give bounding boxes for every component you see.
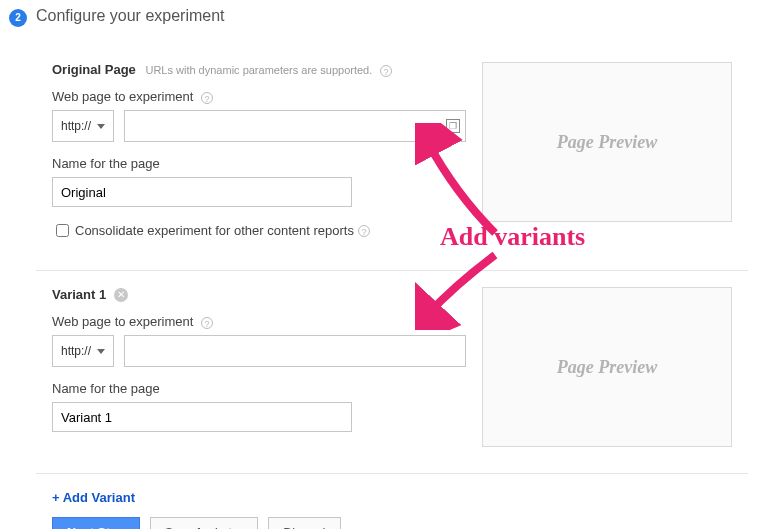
remove-variant-icon[interactable]: ✕ bbox=[114, 288, 128, 302]
page-title: Configure your experiment bbox=[36, 7, 225, 25]
variant-1-form: Variant 1 ✕ Web page to experiment ? htt… bbox=[52, 287, 482, 447]
help-icon[interactable]: ? bbox=[358, 225, 370, 237]
original-name-label: Name for the page bbox=[52, 156, 466, 171]
add-variant-link[interactable]: + Add Variant bbox=[36, 474, 748, 517]
original-hint: URLs with dynamic parameters are support… bbox=[145, 64, 372, 76]
help-icon[interactable]: ? bbox=[201, 317, 213, 329]
original-heading: Original Page bbox=[52, 62, 136, 77]
protocol-select[interactable]: http:// bbox=[52, 335, 114, 367]
variant-1-url-label: Web page to experiment ? bbox=[52, 314, 466, 329]
consolidate-checkbox[interactable] bbox=[56, 224, 69, 237]
page-preview: Page Preview bbox=[482, 287, 732, 447]
help-icon[interactable]: ? bbox=[201, 92, 213, 104]
variant-1-preview-col: Page Preview bbox=[482, 287, 732, 447]
variant-1-name-input[interactable] bbox=[52, 402, 352, 432]
original-form: Original Page URLs with dynamic paramete… bbox=[52, 62, 482, 240]
protocol-value: http:// bbox=[61, 344, 91, 358]
consolidate-label: Consolidate experiment for other content… bbox=[75, 223, 354, 238]
next-step-button[interactable]: Next Step bbox=[52, 517, 140, 529]
original-heading-row: Original Page URLs with dynamic paramete… bbox=[52, 62, 466, 77]
help-icon[interactable]: ? bbox=[380, 65, 392, 77]
variant-1-name-label: Name for the page bbox=[52, 381, 466, 396]
original-url-label: Web page to experiment ? bbox=[52, 89, 466, 104]
original-url-input[interactable] bbox=[124, 110, 466, 142]
variant-1-url-row: http:// bbox=[52, 335, 466, 367]
variant-1-url-input[interactable] bbox=[124, 335, 466, 367]
chevron-down-icon bbox=[97, 124, 105, 129]
original-name-input[interactable] bbox=[52, 177, 352, 207]
step-number-badge: 2 bbox=[9, 9, 27, 27]
original-url-row: http:// ❐ bbox=[52, 110, 466, 142]
protocol-value: http:// bbox=[61, 119, 91, 133]
configure-panel: Original Page URLs with dynamic paramete… bbox=[36, 40, 748, 529]
variant-1-heading-row: Variant 1 ✕ bbox=[52, 287, 466, 302]
variant-1-section: Variant 1 ✕ Web page to experiment ? htt… bbox=[36, 271, 748, 474]
discard-button[interactable]: Discard bbox=[268, 517, 340, 529]
protocol-select[interactable]: http:// bbox=[52, 110, 114, 142]
page-preview: Page Preview bbox=[482, 62, 732, 222]
original-preview-col: Page Preview bbox=[482, 62, 732, 240]
variant-1-heading: Variant 1 bbox=[52, 287, 106, 302]
original-page-section: Original Page URLs with dynamic paramete… bbox=[36, 40, 748, 271]
save-for-later-button[interactable]: Save for Later bbox=[150, 517, 259, 529]
consolidate-row: Consolidate experiment for other content… bbox=[52, 221, 466, 240]
button-row: Next Step Save for Later Discard bbox=[36, 517, 748, 529]
chevron-down-icon bbox=[97, 349, 105, 354]
